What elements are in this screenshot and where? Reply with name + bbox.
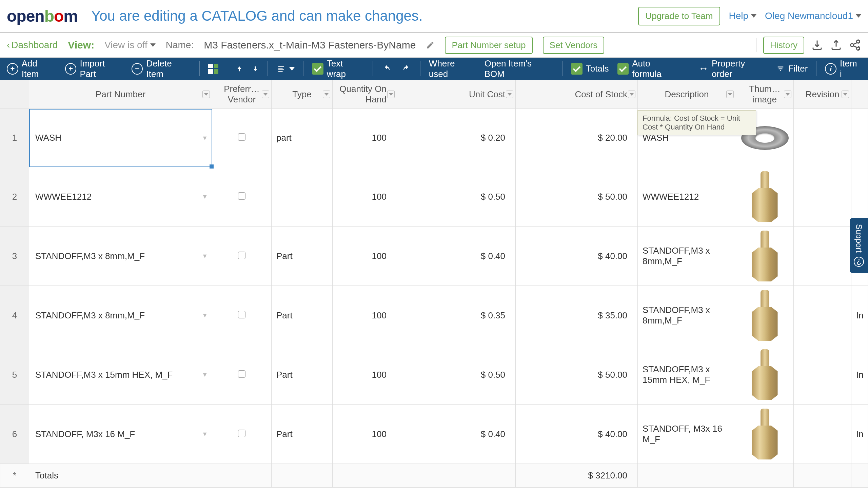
- header-unit-cost[interactable]: Unit Cost: [397, 80, 516, 109]
- cell-thumbnail[interactable]: [736, 227, 794, 286]
- checkbox-icon[interactable]: [238, 311, 245, 318]
- auto-formula-toggle[interactable]: Auto formula: [617, 58, 682, 79]
- dropdown-icon[interactable]: ▼: [202, 193, 208, 200]
- import-part-button[interactable]: + Import Part: [65, 58, 123, 79]
- cell-preferred-vendor[interactable]: [212, 405, 272, 464]
- filter-handle-icon[interactable]: [387, 91, 395, 98]
- edit-icon[interactable]: [426, 41, 435, 50]
- cell-part-number[interactable]: STANDOFF,M3 x 15mm HEX, M_F▼: [29, 345, 212, 405]
- filter-handle-icon[interactable]: [784, 91, 791, 98]
- user-menu[interactable]: Oleg Newmancloud1: [765, 11, 861, 21]
- cell-cost-of-stock[interactable]: $ 50.00: [516, 345, 638, 405]
- support-tab[interactable]: Support ?: [850, 218, 868, 273]
- cell-type[interactable]: Part: [272, 345, 333, 405]
- header-description[interactable]: Description: [638, 80, 736, 109]
- cell-unit-cost[interactable]: $ 0.40: [397, 227, 516, 286]
- set-vendors-button[interactable]: Set Vendors: [543, 37, 605, 54]
- item-info-button[interactable]: i Item i: [825, 58, 861, 79]
- where-used-button[interactable]: Where used: [429, 58, 476, 79]
- cell-qty[interactable]: 100: [333, 109, 397, 167]
- cell-thumbnail[interactable]: [736, 167, 794, 227]
- filter-handle-icon[interactable]: [726, 91, 734, 98]
- download-icon[interactable]: [811, 39, 823, 51]
- upgrade-button[interactable]: Upgrade to Team: [638, 7, 721, 25]
- cell-qty[interactable]: 100: [333, 167, 397, 227]
- cell-part-number[interactable]: WWWEE1212▼: [29, 167, 212, 227]
- cell-preferred-vendor[interactable]: [212, 345, 272, 405]
- cell-rownum[interactable]: 1: [0, 109, 29, 167]
- cell-cost-of-stock[interactable]: $ 40.00: [516, 227, 638, 286]
- checkbox-icon[interactable]: [238, 252, 245, 259]
- header-revision[interactable]: Revision: [794, 80, 851, 109]
- cell-description[interactable]: STANDOFF, M3x 16 M_F: [638, 405, 736, 464]
- totals-toggle[interactable]: Totals: [571, 63, 609, 75]
- add-item-button[interactable]: + Add Item: [7, 58, 57, 79]
- cell-unit-cost[interactable]: $ 0.40: [397, 405, 516, 464]
- cell-unit-cost[interactable]: $ 0.20: [397, 109, 516, 167]
- delete-item-button[interactable]: − Delete Item: [132, 58, 191, 79]
- checkbox-icon[interactable]: [238, 192, 245, 200]
- cell-qty[interactable]: 100: [333, 405, 397, 464]
- header-preferred-vendor[interactable]: Preferr… Vendor: [212, 80, 272, 109]
- cell-revision[interactable]: [794, 405, 851, 464]
- dropdown-icon[interactable]: ▼: [202, 253, 208, 260]
- part-number-setup-button[interactable]: Part Number setup: [445, 37, 532, 54]
- header-qty-on-hand[interactable]: Quantity On Hand: [333, 80, 397, 109]
- cell-unit-cost[interactable]: $ 0.50: [397, 345, 516, 405]
- cell-cost-of-stock[interactable]: $ 35.00: [516, 286, 638, 345]
- cell-description[interactable]: STANDOFF,M3 x 8mm,M_F: [638, 227, 736, 286]
- cell-rownum[interactable]: 6: [0, 405, 29, 464]
- cell-extra[interactable]: [851, 109, 868, 167]
- cell-rownum[interactable]: 4: [0, 286, 29, 345]
- cell-preferred-vendor[interactable]: [212, 167, 272, 227]
- cell-extra[interactable]: In: [851, 345, 868, 405]
- cell-part-number[interactable]: STANDOFF, M3x 16 M_F▼: [29, 405, 212, 464]
- dropdown-icon[interactable]: ▼: [202, 134, 208, 141]
- cell-type[interactable]: [272, 167, 333, 227]
- cell-cost-of-stock[interactable]: $ 50.00: [516, 167, 638, 227]
- upload-icon[interactable]: [830, 39, 842, 51]
- cell-revision[interactable]: [794, 286, 851, 345]
- cell-thumbnail[interactable]: [736, 345, 794, 405]
- filter-handle-icon[interactable]: [323, 91, 330, 98]
- checkbox-icon[interactable]: [238, 430, 245, 437]
- cell-thumbnail[interactable]: [736, 405, 794, 464]
- cell-type[interactable]: Part: [272, 227, 333, 286]
- cell-type[interactable]: Part: [272, 286, 333, 345]
- header-cost-of-stock[interactable]: Cost of Stock: [516, 80, 638, 109]
- checkbox-icon[interactable]: [238, 370, 245, 378]
- cell-type[interactable]: Part: [272, 405, 333, 464]
- filter-handle-icon[interactable]: [262, 91, 269, 98]
- dashboard-link[interactable]: ‹ Dashboard: [7, 40, 58, 51]
- filter-handle-icon[interactable]: [202, 91, 210, 98]
- view-status-dropdown[interactable]: View is off: [104, 40, 156, 51]
- redo-button[interactable]: [401, 65, 412, 73]
- cell-unit-cost[interactable]: $ 0.50: [397, 167, 516, 227]
- header-type[interactable]: Type: [272, 80, 333, 109]
- cell-rownum[interactable]: 2: [0, 167, 29, 227]
- cell-description[interactable]: STANDOFF,M3 x 8mm,M_F: [638, 286, 736, 345]
- cell-cost-of-stock[interactable]: $ 20.00: [516, 109, 638, 167]
- cell-revision[interactable]: [794, 167, 851, 227]
- filter-handle-icon[interactable]: [628, 91, 635, 98]
- cell-thumbnail[interactable]: [736, 286, 794, 345]
- filter-handle-icon[interactable]: [506, 91, 513, 98]
- cell-revision[interactable]: [794, 109, 851, 167]
- cell-qty[interactable]: 100: [333, 227, 397, 286]
- sort-desc-button[interactable]: [252, 64, 259, 73]
- cell-extra[interactable]: In: [851, 286, 868, 345]
- align-button[interactable]: [276, 65, 295, 73]
- help-menu[interactable]: Help: [729, 11, 756, 21]
- cell-qty[interactable]: 100: [333, 286, 397, 345]
- header-part-number[interactable]: Part Number: [29, 80, 212, 109]
- cell-preferred-vendor[interactable]: [212, 286, 272, 345]
- property-order-button[interactable]: Property order: [699, 58, 767, 79]
- dropdown-icon[interactable]: ▼: [202, 371, 208, 378]
- grid-view-button[interactable]: [208, 64, 218, 74]
- filter-button[interactable]: Filter: [776, 63, 808, 74]
- cell-qty[interactable]: 100: [333, 345, 397, 405]
- header-rownum[interactable]: [0, 80, 29, 109]
- header-thumbnail[interactable]: Thum… image: [736, 80, 794, 109]
- dropdown-icon[interactable]: ▼: [202, 431, 208, 438]
- filter-handle-icon[interactable]: [842, 91, 849, 98]
